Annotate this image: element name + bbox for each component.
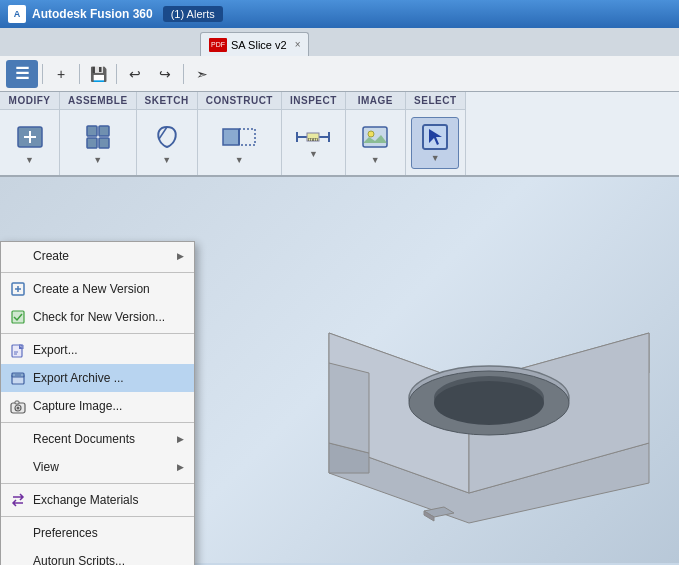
svg-rect-4 [99, 138, 109, 148]
select-button[interactable]: ▼ [411, 117, 459, 169]
inspect-button[interactable]: mm ▼ [289, 117, 337, 169]
toolbar-separator-3 [116, 64, 117, 84]
ribbon: MODIFY ▼ ASSEMBLE ▼ [0, 92, 679, 177]
separator-5 [1, 516, 194, 517]
menu-button[interactable]: ☰ [6, 60, 38, 88]
svg-rect-6 [239, 129, 255, 145]
separator-2 [1, 333, 194, 334]
camera-icon [9, 397, 27, 415]
svg-point-36 [434, 381, 544, 425]
exchange-materials-label: Exchange Materials [33, 493, 138, 507]
assemble-label: ASSEMBLE [60, 92, 136, 110]
svg-rect-1 [87, 126, 97, 136]
sketch-button[interactable]: ▼ [143, 117, 191, 169]
autorun-scripts-label: Autorun Scripts... [33, 554, 125, 565]
ribbon-section-modify: MODIFY ▼ [0, 92, 60, 175]
menu-check-new-version[interactable]: Check for New Version... [1, 303, 194, 331]
menu-export[interactable]: Export... [1, 336, 194, 364]
construct-buttons: ▼ [211, 110, 267, 175]
sketch-buttons: ▼ [139, 110, 195, 175]
svg-rect-17 [12, 311, 24, 323]
svg-marker-38 [329, 363, 369, 453]
svg-rect-13 [363, 127, 387, 147]
preferences-label: Preferences [33, 526, 98, 540]
share-button[interactable]: ➣ [188, 60, 216, 88]
export-label: Export... [33, 343, 78, 357]
create-new-version-label: Create a New Version [33, 282, 150, 296]
inspect-buttons: mm ▼ [285, 110, 341, 175]
capture-image-label: Capture Image... [33, 399, 122, 413]
menu-preferences[interactable]: Preferences [1, 519, 194, 547]
svg-point-14 [368, 131, 374, 137]
inspect-icon: mm [293, 127, 333, 147]
export-archive-label: Export Archive ... [33, 371, 124, 385]
check-new-version-label: Check for New Version... [33, 310, 165, 324]
app-icon: A [8, 5, 26, 23]
image-icon [359, 121, 391, 153]
main-area: Create Create a New Version Check for Ne… [0, 177, 679, 563]
create-label: Create [33, 249, 69, 263]
tab-close-button[interactable]: × [295, 39, 301, 50]
toolbar: ☰ + 💾 ↩ ↪ ➣ [0, 56, 679, 92]
svg-rect-25 [15, 401, 19, 404]
ribbon-section-inspect: INSPECT mm ▼ [282, 92, 346, 175]
select-label: SELECT [406, 92, 465, 110]
autorun-icon [9, 552, 27, 565]
menu-recent-docs[interactable]: Recent Documents [1, 425, 194, 453]
svg-rect-5 [223, 129, 239, 145]
recent-docs-label: Recent Documents [33, 432, 135, 446]
construct-button[interactable]: ▼ [215, 117, 263, 169]
ribbon-section-image: IMAGE ▼ [346, 92, 406, 175]
modify-icon [14, 121, 46, 153]
assemble-icon [82, 121, 114, 153]
toolbar-separator-1 [42, 64, 43, 84]
add-button[interactable]: + [47, 60, 75, 88]
modify-button[interactable]: ▼ [6, 117, 54, 169]
image-button[interactable]: ▼ [351, 117, 399, 169]
3d-model [269, 243, 669, 553]
svg-rect-2 [99, 126, 109, 136]
view-icon [9, 458, 27, 476]
redo-button[interactable]: ↪ [151, 60, 179, 88]
ribbon-section-select: SELECT ▼ [406, 92, 466, 175]
ribbon-section-sketch: SKETCH ▼ [137, 92, 198, 175]
menu-create-new-version[interactable]: Create a New Version [1, 275, 194, 303]
sketch-label: SKETCH [137, 92, 197, 110]
menu-autorun-scripts[interactable]: Autorun Scripts... [1, 547, 194, 565]
tab-bar: PDF SA Slice v2 × [0, 28, 679, 56]
select-buttons: ▼ [407, 110, 463, 175]
save-button[interactable]: 💾 [84, 60, 112, 88]
image-buttons: ▼ [347, 110, 403, 175]
toolbar-separator-2 [79, 64, 80, 84]
menu-exchange-materials[interactable]: Exchange Materials [1, 486, 194, 514]
assemble-button[interactable]: ▼ [74, 117, 122, 169]
image-label: IMAGE [346, 92, 405, 110]
preferences-icon [9, 524, 27, 542]
sketch-icon [151, 121, 183, 153]
tab-pdf-icon: PDF [209, 38, 227, 52]
export-icon [9, 341, 27, 359]
inspect-label: INSPECT [282, 92, 345, 110]
separator-4 [1, 483, 194, 484]
create-icon [9, 247, 27, 265]
tab-sa-slice[interactable]: PDF SA Slice v2 × [200, 32, 309, 56]
exchange-icon [9, 491, 27, 509]
menu-export-archive[interactable]: Export Archive ... [1, 364, 194, 392]
ribbon-section-assemble: ASSEMBLE ▼ [60, 92, 137, 175]
assemble-buttons: ▼ [70, 110, 126, 175]
menu-create-header[interactable]: Create [1, 242, 194, 270]
construct-icon [221, 121, 257, 153]
export-archive-icon [9, 369, 27, 387]
svg-text:mm: mm [308, 136, 318, 142]
title-bar: A Autodesk Fusion 360 (1) Alerts [0, 0, 679, 28]
alerts-badge[interactable]: (1) Alerts [163, 6, 223, 22]
toolbar-separator-4 [183, 64, 184, 84]
menu-capture-image[interactable]: Capture Image... [1, 392, 194, 420]
undo-button[interactable]: ↩ [121, 60, 149, 88]
app-name: Autodesk Fusion 360 [32, 7, 153, 21]
separator-3 [1, 422, 194, 423]
modify-label: MODIFY [0, 92, 59, 110]
modify-buttons: ▼ [2, 110, 58, 175]
construct-label: CONSTRUCT [198, 92, 281, 110]
menu-view[interactable]: View [1, 453, 194, 481]
